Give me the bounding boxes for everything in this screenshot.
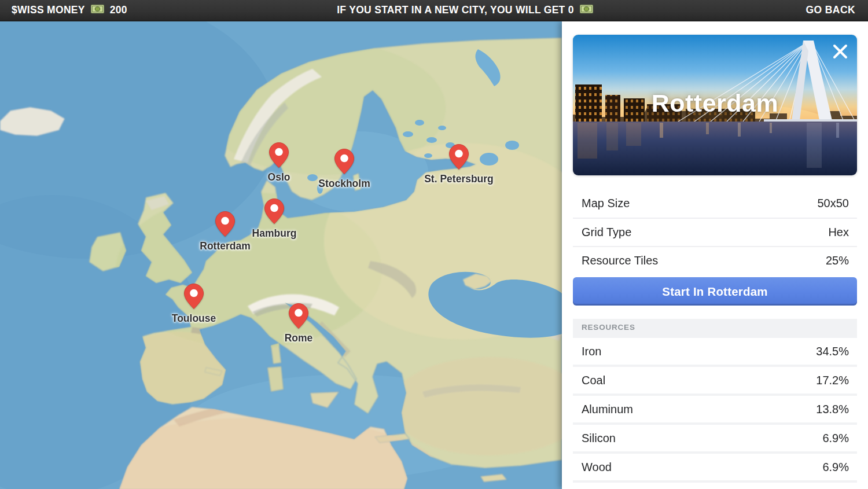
game-screen: $WISS MONEY 200 IF YOU START IN A NEW CI…: [0, 0, 868, 489]
stat-value: 25%: [826, 254, 849, 267]
money-icon: [90, 4, 105, 17]
money-icon: [579, 4, 594, 17]
resources-header: RESOURCES: [573, 319, 857, 336]
city-pin-label: Rotterdam: [200, 240, 251, 252]
table-row: Grid Type Hex: [573, 218, 857, 246]
city-panel: Rotterdam Map Size 50x50 Grid Type Hex R…: [562, 21, 868, 489]
money-value: 200: [110, 4, 127, 16]
city-pin-label: Toulouse: [172, 312, 216, 325]
money-label: $WISS MONEY: [12, 4, 85, 16]
topbar-message: IF YOU START IN A NEW CITY, YOU WILL GET…: [337, 4, 594, 17]
stat-label: Grid Type: [582, 226, 631, 239]
resource-label: Iron: [582, 345, 601, 358]
resource-label: Coal: [582, 374, 605, 387]
map[interactable]: Oslo Stockholm St. Petersburg Hamburg Ro…: [0, 21, 562, 489]
city-pin-label: St. Petersburg: [424, 173, 494, 185]
map-marker-icon: [268, 142, 290, 170]
map-marker-icon: [183, 283, 205, 311]
stat-value: Hex: [828, 226, 849, 239]
close-button[interactable]: [831, 43, 849, 61]
city-pin-label: Oslo: [268, 171, 290, 183]
resource-value: 17.2%: [816, 374, 849, 387]
topbar: $WISS MONEY 200 IF YOU START IN A NEW CI…: [0, 0, 868, 21]
map-marker-icon: [288, 303, 310, 330]
city-name-title: Rotterdam: [573, 89, 857, 117]
table-row: Resource Tiles 25%: [573, 246, 857, 274]
resource-value: 6.9%: [822, 432, 849, 445]
map-marker-icon: [333, 148, 355, 176]
resource-label: Aluminum: [582, 403, 633, 416]
city-image-card: Rotterdam: [573, 35, 857, 175]
close-icon: [832, 53, 849, 62]
table-row: Iron 34.5%: [573, 338, 857, 365]
table-row: Map Size 50x50: [573, 189, 857, 218]
stat-value: 50x50: [818, 197, 849, 210]
table-row: Aluminum 13.8%: [573, 396, 857, 422]
go-back-button[interactable]: GO BACK: [806, 4, 855, 16]
table-row: Wood 6.9%: [573, 454, 857, 480]
map-marker-icon: [263, 198, 285, 226]
table-row: Silicon 6.9%: [573, 425, 857, 451]
table-row: Coal 17.2%: [573, 367, 857, 394]
resource-value: 34.5%: [816, 345, 849, 358]
city-pin-label: Stockholm: [318, 178, 370, 190]
resource-value: 6.9%: [822, 461, 849, 474]
money-counter: $WISS MONEY 200: [0, 4, 305, 17]
resource-value: 13.8%: [816, 403, 849, 416]
resource-label: Silicon: [582, 432, 616, 445]
resources-section: RESOURCES Iron 34.5% Coal 17.2% Aluminum…: [573, 319, 857, 489]
stat-label: Map Size: [582, 197, 630, 210]
topbar-message-text: IF YOU START IN A NEW CITY, YOU WILL GET…: [337, 4, 574, 16]
resource-label: Wood: [582, 461, 612, 474]
city-pin-label: Hamburg: [252, 227, 297, 240]
map-pins: Oslo Stockholm St. Petersburg Hamburg Ro…: [0, 21, 562, 489]
stats-table: Map Size 50x50 Grid Type Hex Resource Ti…: [573, 189, 857, 274]
map-marker-icon: [448, 144, 470, 171]
map-marker-icon: [214, 211, 236, 238]
stat-label: Resource Tiles: [582, 254, 658, 267]
city-pin-label: Rome: [285, 332, 313, 344]
start-in-city-button[interactable]: Start In Rotterdam: [573, 277, 857, 306]
table-row-partial: [573, 483, 857, 489]
